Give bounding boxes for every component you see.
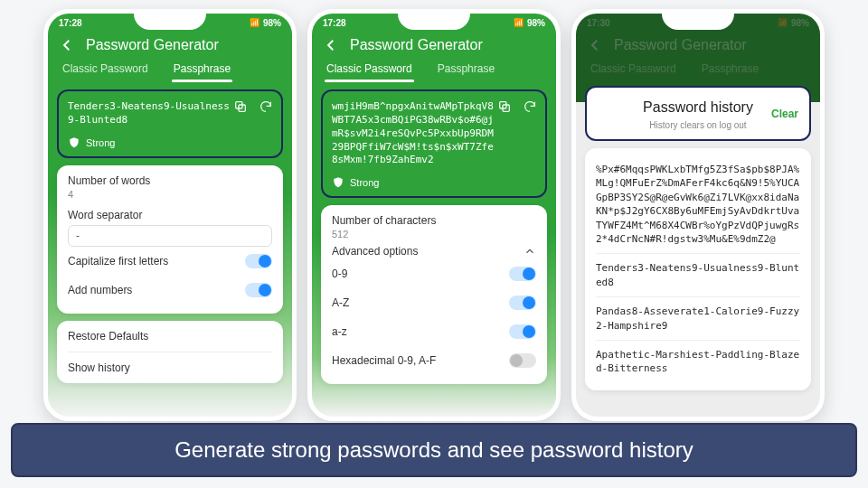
strength-indicator: Strong (332, 176, 536, 189)
history-item[interactable]: %Px#6MqqsPWKLxbTMfg5Z3fSa$pb$8PJA%MLg!QM… (596, 155, 800, 253)
lowercase-toggle[interactable] (509, 324, 536, 339)
app-bar: Password Generator (576, 32, 820, 57)
num-words-value[interactable]: 4 (68, 189, 272, 200)
status-icons: 📶98% (778, 18, 809, 28)
copy-icon[interactable] (496, 99, 513, 115)
status-icons: 📶98% (514, 18, 545, 28)
history-item[interactable]: Tenders3-Neatens9-Usualness9-Blunted8 (596, 253, 800, 296)
strength-label: Strong (350, 177, 379, 188)
history-subtitle: History clears on log out (598, 120, 798, 130)
back-icon[interactable] (587, 37, 603, 53)
capitalize-label: Capitalize first letters (68, 255, 168, 267)
hex-toggle[interactable] (509, 353, 536, 368)
history-item[interactable]: Apathetic-Marshiest-Paddling-Blazed-Bitt… (596, 340, 800, 383)
generated-password-box: Tenders3-Neatens9-Usualness9-Blunted8 St… (57, 89, 283, 158)
status-icons: 📶98% (250, 18, 281, 28)
history-item[interactable]: Pandas8-Asseverate1-Calorie9-Fuzzy2-Hamp… (596, 296, 800, 340)
tab-passphrase[interactable]: Passphrase (700, 57, 760, 82)
page-title: Password Generator (614, 37, 747, 53)
tab-classic[interactable]: Classic Password (325, 57, 414, 82)
page-title: Password Generator (350, 37, 483, 53)
tabs: Classic Password Passphrase (312, 57, 556, 82)
num-chars-label: Number of characters (332, 214, 536, 227)
digits-label: 0-9 (332, 267, 347, 280)
tab-passphrase[interactable]: Passphrase (436, 57, 496, 82)
digits-toggle[interactable] (509, 267, 536, 281)
app-bar: Password Generator (48, 32, 292, 57)
history-list[interactable]: %Px#6MqqsPWKLxbTMfg5Z3fSa$pb$8PJA%MLg!QM… (585, 148, 811, 390)
restore-defaults-button[interactable]: Restore Defaults (68, 321, 272, 352)
uppercase-label: A-Z (332, 296, 349, 309)
status-time: 17:28 (323, 18, 346, 28)
notch (134, 10, 206, 30)
separator-input[interactable]: - (68, 225, 272, 247)
clear-button[interactable]: Clear (771, 108, 798, 120)
notch (398, 10, 470, 30)
tabs: Classic Password Passphrase (48, 57, 292, 82)
phone-passphrase: 17:28 📶98% Password Generator Classic Pa… (43, 9, 297, 421)
config-card: Number of characters 512 Advanced option… (321, 205, 547, 384)
page-title: Password Generator (86, 37, 219, 53)
strength-label: Strong (86, 137, 115, 148)
app-bar: Password Generator (312, 32, 556, 57)
config-card: Number of words 4 Word separator - Capit… (57, 165, 283, 314)
copy-icon[interactable] (232, 99, 249, 115)
separator-label: Word separator (68, 209, 272, 221)
num-words-label: Number of words (68, 174, 272, 187)
phone-history: 17:30 📶98% Password Generator Classic Pa… (571, 9, 825, 421)
tab-classic[interactable]: Classic Password (61, 57, 150, 82)
tab-passphrase[interactable]: Passphrase (172, 57, 232, 82)
history-header-card: Password history History clears on log o… (585, 86, 811, 141)
tab-classic[interactable]: Classic Password (589, 57, 678, 82)
chevron-up-icon[interactable] (524, 245, 536, 258)
status-time: 17:30 (587, 18, 610, 28)
shield-icon (68, 136, 80, 149)
refresh-icon[interactable] (258, 99, 274, 115)
tabs: Classic Password Passphrase (576, 57, 820, 82)
show-history-button[interactable]: Show history (68, 352, 272, 383)
add-numbers-toggle[interactable] (245, 283, 272, 297)
actions-card: Restore Defaults Show history (57, 321, 283, 383)
notch (662, 10, 734, 30)
phone-classic: 17:28 📶98% Password Generator Classic Pa… (307, 9, 561, 421)
lowercase-label: a-z (332, 325, 347, 338)
uppercase-toggle[interactable] (509, 296, 536, 310)
num-chars-value[interactable]: 512 (332, 229, 536, 239)
caption: Generate strong passwords and see passwo… (11, 423, 857, 477)
history-title: Password history (598, 99, 798, 117)
shield-icon (332, 176, 344, 189)
back-icon[interactable] (323, 37, 339, 53)
back-icon[interactable] (59, 37, 75, 53)
generated-password-box: wmjiH9mB^npgxAnitwAMpTpkqV8WBT7A5x3cmBQi… (321, 89, 547, 198)
strength-indicator: Strong (68, 136, 272, 149)
add-numbers-label: Add numbers (68, 284, 132, 296)
advanced-options-label[interactable]: Advanced options (332, 245, 418, 258)
capitalize-toggle[interactable] (245, 254, 272, 268)
refresh-icon[interactable] (522, 99, 538, 115)
hex-label: Hexadecimal 0-9, A-F (332, 354, 436, 367)
status-time: 17:28 (59, 18, 82, 28)
